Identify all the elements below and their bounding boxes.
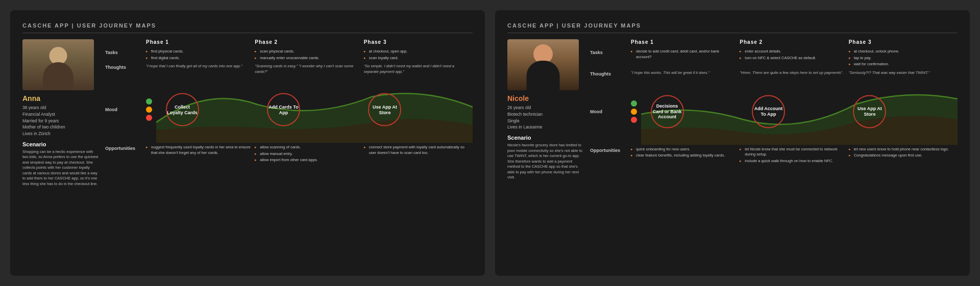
thoughts-cell-1-nicole: "I hope this works. This will be great i…: [631, 70, 740, 76]
thoughts-cell-3-nicole: "Seriously?!? That was way easier that T…: [849, 70, 958, 76]
phase-2-header-anna: Phase 2: [255, 39, 363, 45]
phase-circle-2-nicole: Add Account To App: [752, 95, 785, 128]
phase-3-header-nicole: Phase 3: [849, 39, 958, 45]
persona-image-nicole: [507, 39, 579, 90]
thoughts-row-anna: Thoughts "I hope that I can finally get …: [105, 64, 473, 74]
mood-dot-neutral-anna: [146, 107, 152, 113]
thoughts-cell-2-anna: "Scanning cards is easy." "I wonder why …: [255, 64, 363, 74]
persona-details-anna: 38 years oldFinancial AnalystMarried for…: [22, 105, 99, 137]
mood-visual-nicole: Decisions Card or Bank Account Add Accou…: [641, 79, 958, 145]
opportunities-row-nicole: Opportunities quick onboarding for new u…: [590, 147, 958, 165]
thoughts-label-anna: Thoughts: [105, 64, 146, 70]
mood-indicators-anna: [146, 98, 152, 121]
mood-visual-anna: Collect Loyalty Cards Add Cards To App U…: [156, 76, 473, 143]
tasks-cell-1-anna: find physical cards. find digital cards.: [146, 49, 255, 62]
mood-dot-good-nicole: [631, 100, 637, 107]
opp-cell-3-nicole: let new users know to hold phone near co…: [849, 147, 958, 165]
thoughts-label-nicole: Thoughts: [590, 70, 631, 76]
tasks-cell-2-anna: scan physical cards. manually enter unsc…: [255, 49, 363, 62]
persona-image-anna: [22, 39, 94, 90]
phase-circle-2-anna: Add Cards To App: [267, 93, 300, 126]
phases-area-anna: Phase 1 Phase 2 Phase 3 Tasks find physi…: [105, 39, 473, 260]
phase-1-header-anna: Phase 1: [146, 39, 255, 45]
persona-col-nicole: Nicole 26 years oldBiotech technicianSin…: [507, 39, 584, 260]
mood-dot-bad-nicole: [631, 117, 637, 123]
mood-row-anna: Mood: [105, 76, 473, 143]
tasks-label-anna: Tasks: [105, 49, 146, 55]
journey-map-nicole: CASCHE APP | USER JOURNEY MAPS Nicole 26…: [495, 10, 970, 276]
opportunities-label-nicole: Opportunities: [590, 147, 631, 153]
tasks-cell-1-nicole: decide to add credit card, debit card, a…: [631, 49, 740, 68]
phase-1-header-nicole: Phase 1: [631, 39, 740, 45]
thoughts-cell-1-anna: "I hope that I can finally get all of my…: [146, 64, 255, 74]
opportunities-label-anna: Opportunities: [105, 145, 146, 151]
phase-circle-1-anna: Collect Loyalty Cards: [166, 93, 199, 126]
opp-cell-1-nicole: quick onboarding for new users. clear fe…: [631, 147, 740, 165]
persona-name-anna: Anna: [22, 94, 99, 102]
mood-indicators-nicole: [631, 100, 637, 123]
opp-cell-1-anna: suggest frequently used loyalty cards in…: [146, 145, 255, 164]
persona-col-anna: Anna 38 years oldFinancial AnalystMarrie…: [22, 39, 99, 260]
persona-name-nicole: Nicole: [507, 94, 584, 102]
scenario-text-anna: Shopping can be a hectic experience with…: [22, 149, 99, 187]
mood-dot-bad-anna: [146, 115, 152, 121]
persona-details-nicole: 26 years oldBiotech technicianSingleLive…: [507, 105, 584, 131]
mood-dot-good-anna: [146, 98, 152, 105]
tasks-row-anna: Tasks find physical cards. find digital …: [105, 49, 473, 62]
scenario-text-nicole: Nicole's favorite grocery store has limi…: [507, 143, 584, 180]
phase-circle-3-nicole: Use App At Store: [853, 95, 886, 128]
phase-circle-3-anna: Use App At Store: [368, 93, 401, 126]
opportunities-row-anna: Opportunities suggest frequently used lo…: [105, 145, 473, 164]
journey-map-anna: CASCHE APP | USER JOURNEY MAPS Anna 38 y…: [10, 10, 485, 276]
mood-label-nicole: Mood: [590, 109, 631, 114]
tasks-row-nicole: Tasks decide to add credit card, debit c…: [590, 49, 958, 68]
thoughts-cell-3-anna: "So simple. I didn't need my wallet and …: [364, 64, 473, 74]
mood-label-anna: Mood: [105, 107, 146, 112]
opp-cell-2-anna: allow scanning of cards. allow manual en…: [255, 145, 363, 164]
scenario-title-nicole: Scenario: [507, 135, 584, 141]
thoughts-cell-2-nicole: "Hmm. There are quite a few steps here t…: [740, 70, 848, 76]
tasks-label-nicole: Tasks: [590, 49, 631, 55]
tasks-cell-3-anna: at checkout, open app. scan loyalty card…: [364, 49, 473, 62]
thoughts-row-nicole: Thoughts "I hope this works. This will b…: [590, 70, 958, 76]
map-title-anna: CASCHE APP | USER JOURNEY MAPS: [22, 22, 473, 33]
mood-dot-neutral-nicole: [631, 109, 637, 115]
scenario-title-anna: Scenario: [22, 141, 99, 147]
phase-3-header-anna: Phase 3: [364, 39, 473, 45]
opp-cell-2-nicole: let Nicole know that she must be connect…: [740, 147, 848, 165]
phase-circle-1-nicole: Decisions Card or Bank Account: [651, 95, 684, 128]
map-title-nicole: CASCHE APP | USER JOURNEY MAPS: [507, 22, 958, 33]
phases-area-nicole: Phase 1 Phase 2 Phase 3 Tasks decide to …: [590, 39, 958, 260]
mood-row-nicole: Mood Decision: [590, 79, 958, 145]
tasks-cell-3-nicole: at checkout, unlock phone. tap to pay. w…: [849, 49, 958, 68]
phase-2-header-nicole: Phase 2: [740, 39, 848, 45]
tasks-cell-2-nicole: enter account details. turn on NFC & sel…: [740, 49, 848, 68]
opp-cell-3-anna: connect store payment with loyalty card …: [364, 145, 473, 164]
